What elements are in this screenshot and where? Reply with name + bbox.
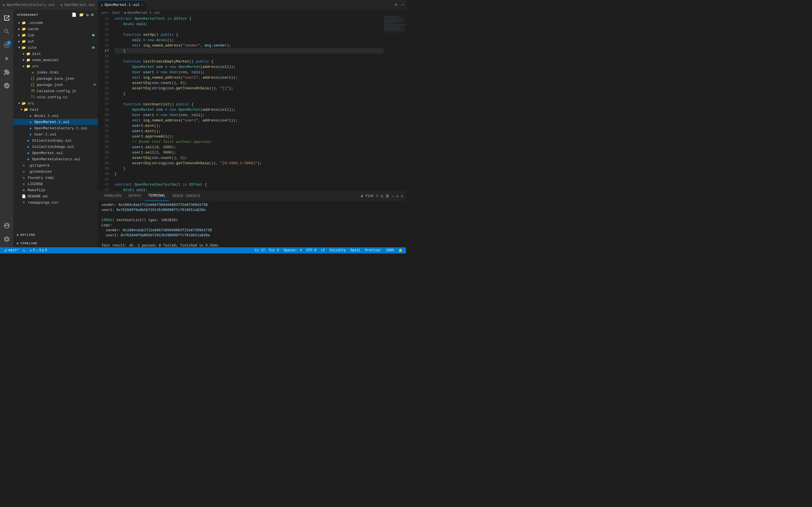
arrow-spacer3: [26, 82, 31, 88]
label-license: LICENSE: [28, 182, 96, 186]
status-position[interactable]: Ln 17, Col 6: [253, 248, 280, 252]
arrow-spacer14: [17, 162, 21, 168]
prettier-text: Prettier: [365, 248, 382, 252]
panel-tab-output[interactable]: OUTPUT: [125, 191, 145, 201]
activity-source-control[interactable]: 1: [0, 38, 13, 52]
md-icon: 📄: [21, 194, 26, 199]
label-tailwind: tailwind.config.js: [37, 89, 96, 93]
terminal-close-icon[interactable]: ✕: [401, 194, 403, 199]
tree-item-makefile[interactable]: ⚒ Makefile: [13, 187, 98, 193]
activity-search[interactable]: [0, 25, 13, 38]
tree-item-site[interactable]: ▼ 📂 site: [13, 45, 98, 51]
activity-remote[interactable]: [0, 79, 13, 93]
editor-content: 11 12 13 14 15 16 17 18 19 20 21 22 23 2…: [98, 16, 406, 191]
status-bell[interactable]: 🔔: [397, 248, 404, 252]
tree-item-collectioncopy[interactable]: ◆ CollectionCopy.sol: [13, 137, 98, 144]
problems-label: PROBLEMS: [104, 194, 122, 198]
timeline-arrow: ▶: [17, 241, 19, 245]
tree-item-openmarketsfactory-t[interactable]: ◆ OpenMarketsFactory.t.sol: [13, 125, 98, 131]
tree-item-openmarket-sol[interactable]: ◆ OpenMarket.sol: [13, 150, 98, 156]
tree-item-cache[interactable]: ▶ 📁 cache: [13, 26, 98, 32]
activity-explorer[interactable]: [0, 11, 13, 25]
label-package-lock: package-lock.json: [37, 76, 96, 81]
make-icon: ⚒: [21, 188, 26, 192]
activity-accounts[interactable]: [0, 219, 13, 232]
tab-openmarket-t[interactable]: ◆ OpenMarket.t.sol ✕: [98, 0, 146, 10]
tree-item-vite[interactable]: TS vite.config.ts: [13, 94, 98, 100]
label-remappings: remappings.txt: [28, 201, 96, 205]
editor-more-icon[interactable]: ⋯: [399, 3, 406, 7]
activity-extensions[interactable]: [0, 65, 13, 79]
refresh-icon[interactable]: ↻: [86, 12, 89, 18]
panel-tabs: PROBLEMS OUTPUT TERMINAL DEBUG CONSOLE ⊞: [98, 191, 406, 201]
tree-item-node-modules[interactable]: ▶ 📁 node_modules: [13, 57, 98, 63]
terminal-kill-icon[interactable]: 🗑: [386, 194, 389, 198]
tree-item-src-site[interactable]: ▶ 📁 src: [13, 63, 98, 69]
tree-item-package-json[interactable]: {} package.json M: [13, 82, 98, 88]
panel-content[interactable]: sender: 0x1804c8ab1f12e6bbf3894d4083f33e…: [98, 201, 406, 247]
status-language[interactable]: Solidity: [328, 248, 347, 252]
status-line-ending[interactable]: LF: [320, 248, 326, 252]
status-branch[interactable]: ⎇ main*: [2, 248, 20, 252]
sidebar-content: ▶ 📁 .vscode ▶ 📁 cache ▶ 📁 lib: [13, 20, 98, 230]
panel-tab-terminal[interactable]: TERMINAL: [145, 191, 169, 201]
arrow-icon-src-site: ▶: [21, 63, 26, 69]
tree-item-index-html[interactable]: ◈ index.html: [13, 69, 98, 75]
status-spell[interactable]: Spell: [349, 248, 362, 252]
encoding-text: UTF-8: [306, 248, 317, 252]
tree-item-collectionimage[interactable]: ◆ CollectionImage.sol: [13, 144, 98, 150]
tree-item-azuki-t[interactable]: ◆ Azuki.t.sol: [13, 113, 98, 119]
label-gitmodules: .gitmodules: [28, 170, 96, 174]
activity-run[interactable]: [0, 52, 13, 65]
tab-close-icon[interactable]: ✕: [142, 3, 144, 7]
status-encoding[interactable]: UTF-8: [305, 248, 318, 252]
tree-item-vscode[interactable]: ▶ 📁 .vscode: [13, 20, 98, 26]
breadcrumb-test[interactable]: test: [112, 11, 120, 15]
outline-section[interactable]: ▶ OUTLINE: [13, 230, 98, 239]
status-spaces[interactable]: Spaces: 4: [283, 248, 303, 252]
arrow-icon-lib: ▶: [17, 32, 21, 38]
terminal-line-1: sender: 0x1804c8ab1f12e6bbf3894d4083f33e…: [101, 202, 403, 207]
tree-item-package-lock[interactable]: {} package-lock.json: [13, 75, 98, 82]
tab-openmarketsfactory[interactable]: ◆ OpenMarketsFactory.sol: [0, 0, 58, 10]
breadcrumb-src[interactable]: src: [101, 11, 108, 15]
tree-item-license[interactable]: ⚖ LICENSE: [13, 181, 98, 187]
new-file-icon[interactable]: 📄: [71, 12, 77, 18]
tree-item-gitignore[interactable]: ⚙ .gitignore: [13, 162, 98, 168]
terminal-add-icon[interactable]: +: [376, 193, 378, 199]
panel-tab-debug[interactable]: DEBUG CONSOLE: [169, 191, 204, 201]
tab-openmarket[interactable]: ◆ OpenMarket.sol: [58, 0, 98, 10]
tree-item-openmarket-t[interactable]: ◆ OpenMarket.t.sol: [13, 119, 98, 125]
tree-item-gitmodules[interactable]: ⚙ .gitmodules: [13, 168, 98, 175]
breadcrumb-file[interactable]: OpenMarket.t.sol: [128, 11, 160, 15]
tree-item-omf-sol[interactable]: ◆ OpenMarketsFactory.sol: [13, 156, 98, 162]
tree-item-foundry[interactable]: ⚙ foundry.toml: [13, 175, 98, 181]
timeline-section[interactable]: ▶ TIMELINE: [13, 239, 98, 247]
tree-item-test[interactable]: ▼ 📂 test: [13, 107, 98, 113]
tree-item-out[interactable]: ▶ 📁 out: [13, 38, 98, 45]
sol-file-icon-ci: ◆: [26, 145, 31, 149]
status-prettier[interactable]: Prettier: [364, 248, 383, 252]
editor-layout-icon[interactable]: ⊟: [393, 3, 399, 7]
status-sync[interactable]: ↻: [22, 248, 26, 252]
status-zoom[interactable]: 100%: [385, 248, 395, 252]
zoom-text: 100%: [386, 248, 394, 252]
panel-tab-problems[interactable]: PROBLEMS: [101, 191, 125, 201]
tree-item-remappings[interactable]: ≡ remappings.txt: [13, 200, 98, 206]
tree-item-tailwind[interactable]: JS tailwind.config.js: [13, 88, 98, 94]
tree-item-user-t[interactable]: ◆ User.t.sol: [13, 131, 98, 137]
label-vite: vite.config.ts: [37, 95, 96, 100]
line-ending-text: LF: [321, 248, 325, 252]
tree-item-src[interactable]: ▼ 📂 src: [13, 100, 98, 107]
tree-item-lib[interactable]: ▶ 📁 lib: [13, 32, 98, 38]
code-area[interactable]: contract OpenMarketTest is DSTest { Azuk…: [112, 16, 384, 191]
terminal-more-icon[interactable]: ⋯: [392, 194, 394, 199]
activity-settings[interactable]: [0, 232, 13, 246]
terminal-split-icon[interactable]: ⊟: [380, 194, 383, 199]
terminal-up-icon[interactable]: ∧: [396, 194, 398, 199]
tree-item-readme[interactable]: 📄 README.md: [13, 193, 98, 200]
tree-item-dist[interactable]: ▶ 📁 dist: [13, 51, 98, 57]
status-errors[interactable]: ✕ 0 ⚠ 0 ℹ 0: [29, 248, 48, 252]
collapse-icon[interactable]: ⊟: [91, 12, 94, 18]
new-folder-icon[interactable]: 📁: [79, 12, 85, 18]
